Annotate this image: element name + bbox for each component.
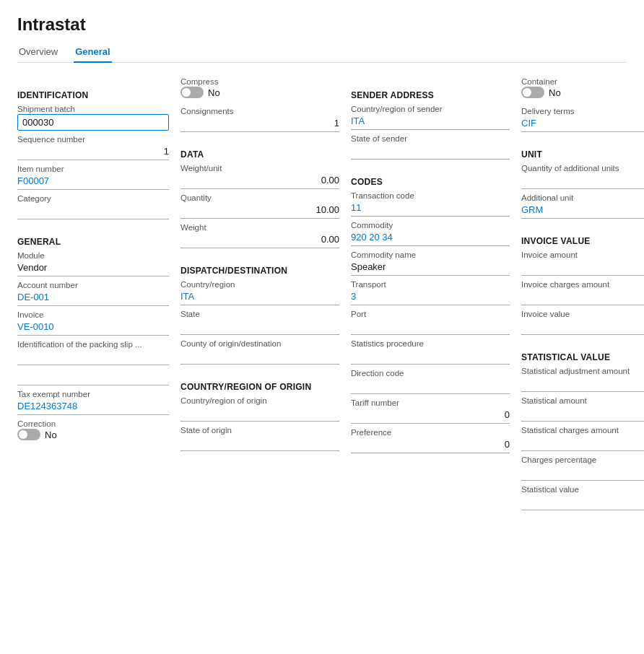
stat-adjustment-value[interactable]: 0.00 [521, 376, 644, 392]
port-label: Port [351, 310, 510, 318]
stat-amount-value[interactable]: 0.00 [521, 406, 644, 422]
commodity-value[interactable]: 920 20 34 [351, 230, 510, 246]
weight-value[interactable]: 0.00 [180, 232, 339, 248]
category-value[interactable] [17, 204, 169, 219]
identification-header: IDENTIFICATION [17, 90, 169, 100]
delivery-terms-label: Delivery terms [521, 107, 644, 115]
charges-pct-value[interactable]: 0.00 [521, 465, 644, 481]
state-of-origin-value[interactable] [180, 435, 339, 451]
container-toggle-label: No [549, 87, 561, 98]
country-region-origin-label: Country/region of origin [180, 396, 339, 405]
country-sender-field: Country/region of sender ITA [351, 105, 510, 130]
consignments-value: 1 [180, 116, 339, 132]
compress-toggle-row: No [180, 87, 339, 98]
state-label: State [180, 310, 339, 318]
additional-unit-field: Additional unit GRM [521, 193, 644, 219]
invoice-field: Invoice VE-0010 [17, 310, 169, 336]
country-region-origin-header: COUNTRY/REGION OF ORIGIN [180, 382, 339, 392]
dispatch-country-value[interactable]: ITA [180, 289, 339, 305]
qty-additional-value[interactable]: 10.00 [521, 173, 644, 189]
state-of-origin-field: State of origin [180, 426, 339, 451]
stat-charges-value[interactable]: 0.00 [521, 435, 644, 451]
weight-unit-value[interactable]: 0.00 [180, 173, 339, 189]
invoice-value-value[interactable]: 0.00 [521, 319, 644, 335]
column-1: IDENTIFICATION Shipment batch 000030 Seq… [17, 77, 169, 515]
tariff-number-field: Tariff number 0 [351, 398, 510, 424]
transport-label: Transport [351, 280, 510, 289]
statistics-procedure-field: Statistics procedure [351, 339, 510, 365]
container-field: Container No [521, 77, 644, 103]
compress-toggle[interactable] [180, 87, 204, 98]
transaction-code-value[interactable]: 11 [351, 201, 510, 217]
port-field: Port [351, 310, 510, 335]
commodity-label: Commodity [351, 221, 510, 230]
dispatch-country-label: Country/region [180, 280, 339, 289]
state-value[interactable] [180, 319, 339, 335]
invoice-value-header: INVOICE VALUE [521, 236, 644, 246]
charges-pct-label: Charges percentage [521, 455, 644, 464]
column-3: SENDER ADDRESS Country/region of sender … [351, 77, 510, 515]
tariff-number-value[interactable]: 0 [351, 408, 510, 424]
country-region-origin-value[interactable] [180, 406, 339, 422]
stat-value-label: Statistical value [521, 485, 644, 494]
county-origin-value[interactable] [180, 349, 339, 365]
stat-value-value[interactable]: 0.00 [521, 494, 644, 510]
country-sender-value[interactable]: ITA [351, 114, 510, 130]
tax-exempt-field: Tax exempt number DE124363748 [17, 390, 169, 415]
container-toggle-row: No [521, 87, 644, 98]
correction-toggle[interactable] [17, 429, 40, 440]
compress-field: Compress No [180, 77, 339, 103]
column-4: Container No Delivery terms CIF UNIT Qua… [521, 77, 644, 515]
preference-field: Preference 0 [351, 428, 510, 453]
preference-label: Preference [351, 428, 510, 437]
county-origin-label: County of origin/destination [180, 339, 339, 348]
unit-header: UNIT [521, 149, 644, 160]
tax-exempt-label: Tax exempt number [17, 390, 169, 398]
delivery-terms-field: Delivery terms CIF [521, 107, 644, 132]
county-origin-field: County of origin/destination [180, 339, 339, 365]
packing-slip-value[interactable] [17, 349, 169, 365]
quantity-value[interactable]: 10.00 [180, 203, 339, 219]
commodity-name-label: Commodity name [351, 250, 510, 259]
general-header: GENERAL [17, 237, 169, 247]
state-of-origin-label: State of origin [180, 426, 339, 435]
quantity-label: Quantity [180, 193, 339, 202]
qty-additional-field: Quantity of additional units 10.00 [521, 164, 644, 189]
invoice-charges-label: Invoice charges amount [521, 280, 644, 289]
module-value: Vendor [17, 261, 169, 276]
shipment-batch-field: Shipment batch 000030 [17, 105, 169, 131]
page-title: Intrastat [17, 14, 627, 35]
direction-code-field: Direction code [351, 369, 510, 394]
tax-exempt-value[interactable]: DE124363748 [17, 399, 169, 415]
statistics-procedure-label: Statistics procedure [351, 339, 510, 348]
invoice-amount-value[interactable]: 0.00 [521, 260, 644, 276]
country-sender-label: Country/region of sender [351, 105, 510, 113]
correction-toggle-label: No [45, 430, 57, 440]
account-number-value[interactable]: DE-001 [17, 290, 169, 306]
stat-value-field: Statistical value 0.00 [521, 485, 644, 510]
commodity-name-value: Speaker [351, 260, 510, 276]
transport-field: Transport 3 [351, 280, 510, 305]
direction-code-value[interactable] [351, 378, 510, 394]
invoice-charges-value[interactable]: 0.00 [521, 289, 644, 305]
transaction-code-field: Transaction code 11 [351, 191, 510, 217]
tab-general[interactable]: General [74, 42, 111, 63]
module-field: Module Vendor [17, 251, 169, 276]
shipment-batch-label: Shipment batch [17, 105, 169, 113]
container-toggle[interactable] [521, 87, 544, 98]
stat-amount-label: Statistical amount [521, 396, 644, 405]
state-sender-value[interactable] [351, 144, 510, 160]
statistics-procedure-value[interactable] [351, 349, 510, 365]
item-number-value[interactable]: F00007 [17, 174, 169, 190]
preference-value[interactable]: 0 [351, 437, 510, 453]
additional-unit-value[interactable]: GRM [521, 203, 644, 219]
invoice-value[interactable]: VE-0010 [17, 320, 169, 336]
shipment-batch-value[interactable]: 000030 [17, 114, 169, 131]
tab-overview[interactable]: Overview [17, 42, 59, 63]
category-field: Category [17, 194, 169, 219]
transport-value[interactable]: 3 [351, 289, 510, 305]
invoice-amount-label: Invoice amount [521, 250, 644, 259]
delivery-terms-value[interactable]: CIF [521, 116, 644, 132]
consignments-label: Consignments [180, 107, 339, 115]
port-value[interactable] [351, 319, 510, 335]
